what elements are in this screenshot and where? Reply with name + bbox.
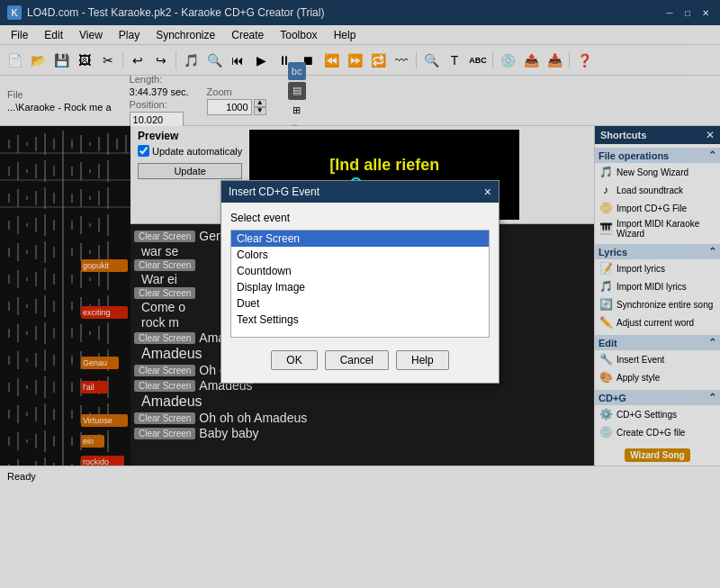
dialog-section-label: Select event [230,212,490,224]
listbox-item-text-settings[interactable]: Text Settings [231,312,489,328]
dialog-close-button[interactable]: × [484,185,491,199]
dialog-help-button[interactable]: Help [396,350,449,370]
dialog-body: Select event Clear Screen Colors Countdo… [221,203,499,383]
listbox-item-display-image[interactable]: Display Image [231,279,489,295]
dialog-title-bar: Insert CD+G Event × [221,181,499,203]
listbox-item-clear-screen[interactable]: Clear Screen [231,231,489,247]
listbox-item-duet[interactable]: Duet [231,295,489,312]
dialog-overlay: Insert CD+G Event × Select event Clear S… [0,0,720,588]
listbox-item-colors[interactable]: Colors [231,247,489,263]
event-listbox[interactable]: Clear Screen Colors Countdown Display Im… [230,230,490,338]
insert-cdg-event-dialog: Insert CD+G Event × Select event Clear S… [220,180,500,384]
dialog-footer: OK Cancel Help [230,347,490,374]
dialog-ok-button[interactable]: OK [271,350,317,370]
dialog-cancel-button[interactable]: Cancel [325,350,389,370]
listbox-item-countdown[interactable]: Countdown [231,263,489,279]
dialog-title-text: Insert CD+G Event [229,185,320,198]
